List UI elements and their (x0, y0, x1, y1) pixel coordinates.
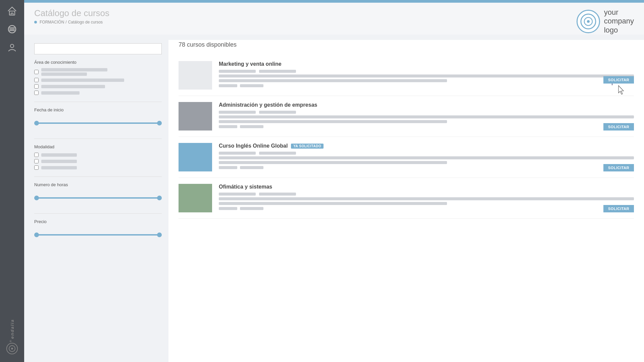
checkbox-row-1 (34, 68, 162, 76)
checkbox-row-3 (34, 84, 162, 89)
course-card-2: Administración y gestión de empresas (179, 96, 634, 137)
checkbox-area-4[interactable] (34, 91, 39, 95)
course-title-4: Ofimática y sistemas (219, 184, 272, 190)
breadcrumb: FORMACIÓN / Catálogo de cursos (34, 20, 109, 24)
course-thumb-2 (179, 102, 212, 131)
page-title: Catálogo de cursos (34, 8, 109, 18)
course-meta-4 (219, 193, 634, 205)
course-thumb-4 (179, 184, 212, 212)
company-name-text: your company logo (604, 8, 634, 35)
checkbox-row-4 (34, 91, 162, 95)
area-filter-label: Área de conocimiento (34, 60, 162, 65)
fecha-slider[interactable] (34, 116, 162, 132)
course-tags-2 (219, 125, 634, 128)
breadcrumb-current: Catálogo de cursos (68, 20, 103, 24)
svg-point-6 (10, 44, 14, 48)
checkbox-mod-2[interactable] (34, 159, 39, 163)
svg-point-9 (11, 348, 13, 349)
course-info-3: Curso Inglés Online Global YA SOLICITADO (219, 143, 634, 171)
precio-filter-label: Precio (34, 219, 162, 224)
course-thumb-1 (179, 61, 212, 90)
svg-rect-1 (11, 13, 13, 15)
course-info-2: Administración y gestión de empresas (219, 102, 634, 131)
checkbox-area-1[interactable] (34, 70, 39, 74)
endalia-logo-icon (6, 343, 18, 355)
course-title-3: Curso Inglés Online Global (219, 143, 288, 149)
precio-filter-section: Precio (34, 219, 162, 244)
header: Catálogo de cursos FORMACIÓN / Catálogo … (24, 3, 644, 35)
course-card-3: Curso Inglés Online Global YA SOLICITADO (179, 137, 634, 178)
search-input[interactable] (34, 43, 162, 54)
brand-text: ®endalia (9, 319, 15, 343)
precio-slider-thumb-right[interactable] (157, 232, 162, 237)
course-title-row-1: Marketing y venta online (219, 61, 634, 67)
course-title-row-2: Administración y gestión de empresas (219, 102, 634, 108)
menu-icon[interactable] (4, 21, 20, 37)
horas-slider-thumb-left[interactable] (34, 196, 39, 200)
top-bar (24, 0, 644, 3)
divider-2 (34, 139, 162, 139)
main-wrapper: Catálogo de cursos FORMACIÓN / Catálogo … (24, 0, 644, 362)
precio-slider-track (34, 234, 162, 236)
course-tags-1 (219, 84, 634, 87)
sidebar: ®endalia (0, 0, 24, 362)
company-logo-icon (580, 13, 597, 30)
content-area: Área de conocimiento (24, 35, 644, 362)
precio-slider[interactable] (34, 227, 162, 244)
filter-panel: Área de conocimiento (24, 40, 168, 362)
modalidad-filter-label: Modalidad (34, 144, 162, 149)
course-list: 78 cursos disponibles Marketing y venta … (168, 40, 644, 362)
breadcrumb-separator: / (65, 20, 66, 24)
checkbox-area-2[interactable] (34, 78, 39, 82)
fecha-filter-label: Fecha de inicio (34, 107, 162, 112)
checkbox-modalidad-3 (34, 165, 162, 170)
course-info-4: Ofimática y sistemas (219, 184, 634, 212)
course-info-1: Marketing y venta online (219, 61, 634, 90)
header-left: Catálogo de cursos FORMACIÓN / Catálogo … (34, 8, 109, 24)
solicitar-btn-3[interactable]: SOLICITAR (603, 164, 634, 171)
company-logo-area: your company logo (577, 8, 634, 35)
checkbox-modalidad-2 (34, 159, 162, 163)
checkbox-mod-3[interactable] (34, 165, 39, 170)
divider-4 (34, 213, 162, 214)
fecha-filter-section: Fecha de inicio (34, 107, 162, 132)
course-title-row-4: Ofimática y sistemas (219, 184, 634, 190)
horas-slider-track (34, 197, 162, 199)
checkbox-area-3[interactable] (34, 84, 39, 89)
area-filter-section: Área de conocimiento (34, 60, 162, 95)
course-card-1: Marketing y venta online (179, 55, 634, 96)
fecha-slider-thumb-left[interactable] (34, 121, 39, 125)
solicitar-btn-2[interactable]: SOLICITAR (603, 123, 634, 131)
horas-filter-label: Numero de horas (34, 182, 162, 187)
company-logo-circle (577, 10, 600, 33)
brand-area: ®endalia (6, 319, 18, 359)
modalidad-filter-section: Modalidad (34, 144, 162, 170)
user-icon[interactable] (4, 40, 20, 55)
checkbox-mod-1[interactable] (34, 153, 39, 157)
solicitar-btn-1[interactable]: SOLICITAR (603, 76, 634, 84)
precio-slider-thumb-left[interactable] (34, 232, 39, 237)
course-title-2: Administración y gestión de empresas (219, 102, 317, 108)
divider-3 (34, 176, 162, 177)
breadcrumb-root: FORMACIÓN (40, 20, 64, 24)
horas-slider[interactable] (34, 191, 162, 207)
svg-point-12 (587, 20, 590, 23)
solicitar-btn-4[interactable]: SOLICITAR (603, 205, 634, 212)
course-title-1: Marketing y venta online (219, 61, 282, 67)
course-title-row-3: Curso Inglés Online Global YA SOLICITADO (219, 143, 634, 149)
checkbox-row-2 (34, 78, 162, 82)
breadcrumb-dot (34, 21, 37, 23)
course-tags-4 (219, 207, 634, 210)
horas-slider-thumb-right[interactable] (157, 196, 162, 200)
course-meta-3 (219, 152, 634, 164)
divider-1 (34, 102, 162, 102)
fecha-slider-track (34, 122, 162, 124)
course-thumb-3 (179, 143, 212, 171)
fecha-slider-thumb-right[interactable] (157, 121, 162, 125)
course-tags-3 (219, 166, 634, 169)
course-meta-2 (219, 111, 634, 123)
courses-count: 78 cursos disponibles (179, 40, 634, 48)
horas-filter-section: Numero de horas (34, 182, 162, 207)
home-icon[interactable] (4, 3, 20, 19)
ya-solicitado-badge: YA SOLICITADO (291, 144, 324, 149)
